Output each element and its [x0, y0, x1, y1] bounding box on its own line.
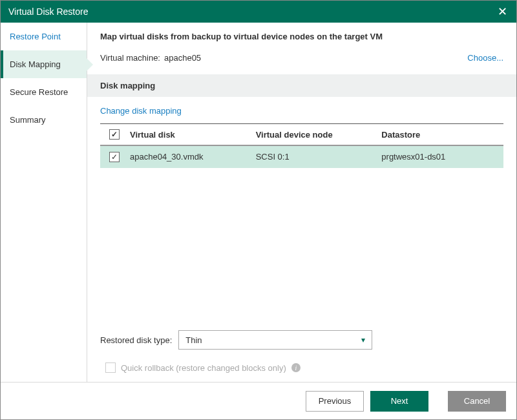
disk-mapping-table: ✓ Virtual disk Virtual device node Datas… [100, 123, 503, 168]
step-summary[interactable]: Summary [1, 106, 87, 134]
step-disk-mapping[interactable]: Disk Mapping [1, 50, 87, 78]
wizard-sidebar: Restore Point Disk Mapping Secure Restor… [1, 23, 87, 382]
restored-disk-type-label: Restored disk type: [100, 335, 172, 345]
step-restore-point[interactable]: Restore Point [1, 23, 87, 50]
step-label: Disk Mapping [10, 59, 61, 69]
disk-mapping-section-header: Disk mapping [87, 74, 516, 97]
table-header-row: ✓ Virtual disk Virtual device node Datas… [100, 124, 503, 146]
chevron-down-icon: ▾ [361, 335, 365, 344]
quick-rollback-label: Quick rollback (restore changed blocks o… [121, 363, 286, 373]
vm-name: apache05 [164, 53, 201, 63]
cancel-button[interactable]: Cancel [448, 391, 506, 412]
previous-button[interactable]: Previous [306, 391, 364, 412]
quick-rollback-checkbox [105, 362, 116, 373]
close-icon[interactable]: ✕ [496, 5, 509, 19]
row-datastore: prgtwesx01-ds01 [377, 152, 503, 162]
table-row[interactable]: ✓ apache04_30.vmdk SCSI 0:1 prgtwesx01-d… [100, 146, 503, 168]
restored-disk-type-row: Restored disk type: Thin ▾ [87, 324, 516, 356]
step-label: Secure Restore [10, 87, 68, 97]
step-secure-restore[interactable]: Secure Restore [1, 78, 87, 106]
col-virtual-device-node: Virtual device node [252, 130, 378, 140]
row-checkbox[interactable]: ✓ [109, 152, 120, 162]
wizard-window: Virtual Disk Restore ✕ Restore Point Dis… [0, 0, 517, 420]
button-label: Next [391, 396, 408, 406]
main-panel: Map virtual disks from backup to virtual… [87, 23, 516, 382]
next-button[interactable]: Next [370, 391, 428, 412]
titlebar: Virtual Disk Restore ✕ [1, 1, 516, 23]
step-label: Summary [10, 115, 46, 125]
row-virtual-device-node: SCSI 0:1 [252, 152, 378, 162]
button-label: Cancel [464, 396, 490, 406]
page-heading: Map virtual disks from backup to virtual… [87, 23, 516, 48]
change-disk-mapping-link[interactable]: Change disk mapping [87, 97, 516, 123]
step-label: Restore Point [10, 32, 61, 41]
col-virtual-disk: Virtual disk [126, 130, 252, 140]
info-icon[interactable]: i [291, 363, 301, 372]
restored-disk-type-value: Thin [185, 335, 202, 345]
window-title: Virtual Disk Restore [8, 6, 88, 17]
quick-rollback-row: Quick rollback (restore changed blocks o… [87, 356, 516, 382]
row-virtual-disk: apache04_30.vmdk [126, 152, 252, 162]
vm-row: Virtual machine: apache05 Choose... [87, 48, 516, 74]
body: Restore Point Disk Mapping Secure Restor… [1, 23, 516, 382]
select-all-checkbox[interactable]: ✓ [109, 129, 120, 140]
button-label: Previous [319, 396, 352, 406]
spacer [87, 168, 516, 324]
footer: Previous Next Cancel [1, 382, 516, 419]
restored-disk-type-select[interactable]: Thin ▾ [178, 330, 372, 350]
choose-vm-link[interactable]: Choose... [467, 53, 503, 63]
col-datastore: Datastore [377, 130, 503, 140]
vm-label: Virtual machine: [100, 53, 160, 63]
